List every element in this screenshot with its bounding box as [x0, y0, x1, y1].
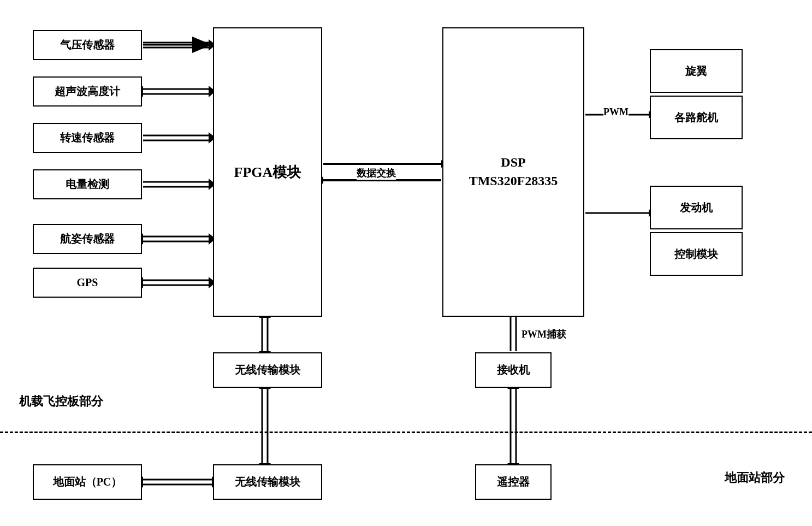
ground-station-pc-box: 地面站（PC） — [33, 464, 142, 500]
wireless-top-box: 无线传输模块 — [213, 352, 322, 388]
receiver-label: 接收机 — [497, 363, 530, 377]
pwm-output-text: PWM — [603, 107, 629, 117]
output-rotor-label: 旋翼 — [685, 64, 707, 79]
output-engine-ctrl-box: 控制模块 — [650, 232, 743, 276]
arrow-wireless-top-bottom — [259, 382, 271, 470]
sensor-ultrasonic-label: 超声波高度计 — [55, 84, 120, 99]
pwm-capture-label: PWM捕获 — [521, 328, 566, 341]
sensor-speed-box: 转速传感器 — [33, 123, 142, 153]
sensor-gps-box: GPS — [33, 268, 142, 298]
ground-section-label: 地面站部分 — [725, 470, 785, 486]
arrow-speed-fpga — [143, 132, 216, 144]
fpga-label: FPGA模块 — [234, 163, 301, 182]
data-exchange-label: 数据交换 — [357, 167, 396, 180]
sensor-attitude-box: 航姿传感器 — [33, 224, 142, 254]
arrow-gps-fpga — [136, 277, 216, 288]
arrow-pressure-fpga — [143, 39, 216, 51]
sensor-pressure-label: 气压传感器 — [60, 38, 115, 52]
data-exchange-text: 数据交换 — [357, 168, 396, 179]
arrow-attitude-fpga — [136, 233, 216, 245]
sensor-gps-label: GPS — [77, 276, 98, 289]
receiver-box: 接收机 — [475, 352, 552, 388]
arrow-ultrasonic-fpga — [136, 86, 216, 97]
pwm-capture-text: PWM捕获 — [521, 329, 566, 340]
sensor-pressure-box: 气压传感器 — [33, 30, 142, 60]
arrow-groundstation-wireless — [136, 476, 219, 488]
arrow-power-fpga — [143, 179, 216, 190]
sensor-speed-label: 转速传感器 — [60, 131, 115, 145]
output-engine-label: 发动机 — [680, 200, 713, 215]
arrow-dsp-engine — [585, 209, 655, 217]
arrow-fpga-wireless-top — [259, 311, 271, 358]
sensor-power-box: 电量检测 — [33, 169, 142, 199]
output-rotor-box: 旋翼 — [650, 49, 743, 93]
arrow-receiver-remote — [507, 382, 519, 470]
wireless-top-label: 无线传输模块 — [235, 363, 300, 377]
output-servo-label: 各路舵机 — [674, 110, 718, 125]
remote-controller-box: 遥控器 — [475, 464, 552, 500]
fpga-block: FPGA模块 — [213, 27, 322, 317]
wireless-bottom-label: 无线传输模块 — [235, 475, 300, 489]
output-engine-ctrl-label: 控制模块 — [674, 247, 718, 262]
onboard-section-text: 机载飞控板部分 — [19, 394, 103, 408]
sensor-ultrasonic-box: 超声波高度计 — [33, 76, 142, 107]
onboard-section-label: 机载飞控板部分 — [19, 393, 103, 410]
wireless-bottom-box: 无线传输模块 — [213, 464, 322, 500]
sensor-power-label: 电量检测 — [66, 177, 109, 192]
pwm-output-label: PWM — [603, 107, 629, 118]
output-engine-box: 发动机 — [650, 186, 743, 229]
diagram-container: FPGA模块 DSP TMS320F28335 气压传感器 超声波高度计 转速传… — [0, 0, 812, 526]
section-divider — [0, 432, 812, 433]
ground-section-text: 地面站部分 — [725, 471, 785, 484]
output-servo-box: 各路舵机 — [650, 96, 743, 139]
dsp-label: DSP TMS320F28335 — [469, 153, 558, 190]
ground-station-pc-label: 地面站（PC） — [53, 475, 122, 489]
dsp-block: DSP TMS320F28335 — [442, 27, 584, 317]
sensor-attitude-label: 航姿传感器 — [60, 232, 115, 246]
remote-controller-label: 遥控器 — [497, 475, 530, 489]
